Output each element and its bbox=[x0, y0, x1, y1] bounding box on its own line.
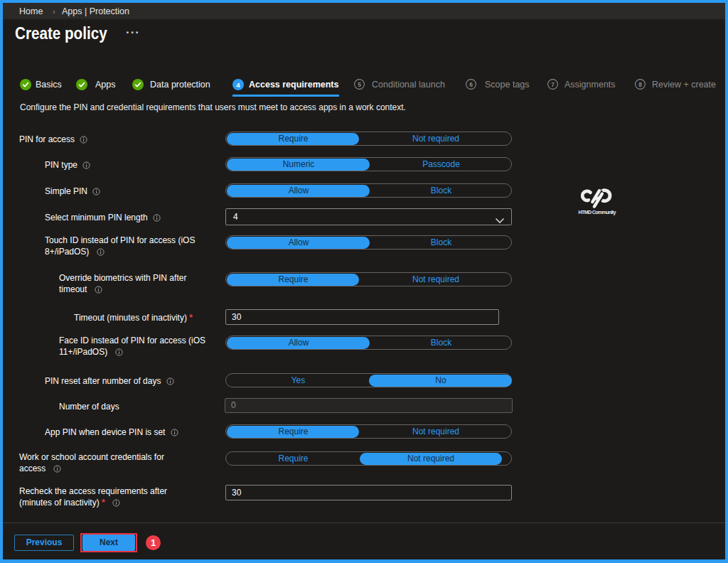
svg-text:6: 6 bbox=[469, 81, 473, 88]
svg-text:HTMD Community: HTMD Community bbox=[579, 209, 616, 215]
svg-text:7: 7 bbox=[551, 81, 555, 88]
svg-text:8: 8 bbox=[638, 81, 642, 88]
svg-text:4: 4 bbox=[236, 81, 240, 89]
svg-text:5: 5 bbox=[358, 81, 361, 88]
